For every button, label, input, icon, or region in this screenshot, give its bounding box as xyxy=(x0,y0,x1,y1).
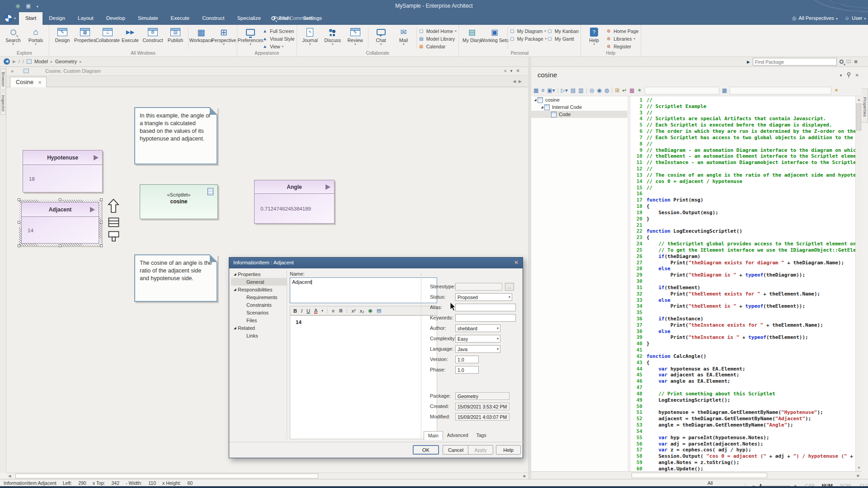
ribbon-button-model-library[interactable]: ▤Model Library xyxy=(418,35,457,42)
browser-dock-tab[interactable]: Browser xyxy=(0,69,6,90)
cancel-button[interactable]: Cancel xyxy=(443,445,469,455)
ribbon-button-workspace[interactable]: ▦Workspace xyxy=(190,26,212,46)
ribbon-tab-layout[interactable]: Layout xyxy=(71,12,100,25)
scroll-down-icon[interactable]: ▼ xyxy=(857,466,861,470)
list-icon[interactable]: ≡ xyxy=(541,87,544,94)
ribbon-button-my-diary[interactable]: ▤My Diary xyxy=(461,26,483,46)
ribbon-button-visual-style[interactable]: ▲Visual Style xyxy=(262,35,295,42)
ribbon-button-full-screen[interactable]: ▲Full Screen xyxy=(262,27,295,35)
window-pink-icon[interactable]: ▩ xyxy=(629,87,634,94)
phase-field[interactable]: 1.0 xyxy=(455,366,479,374)
properties-quick-icon[interactable] xyxy=(108,231,119,244)
ribbon-button-home-page[interactable]: ⊛Home Page xyxy=(605,27,638,35)
copy-icon[interactable]: ▤ xyxy=(571,87,576,94)
ribbon-button-working-sets[interactable]: ▣Working Sets xyxy=(483,26,506,46)
overflow-chevrons-icon[interactable]: » xyxy=(11,68,14,74)
ribbon-button-my-package[interactable]: ▢My Package▾ xyxy=(509,35,547,42)
author-field[interactable]: shebbard xyxy=(455,324,500,332)
hamburger-menu-icon[interactable]: ≡ xyxy=(854,58,858,65)
tree-code-splitter[interactable] xyxy=(627,96,631,471)
ribbon-button-properties[interactable]: ▦Properties xyxy=(74,26,96,46)
note-element-bottom[interactable]: The cosine of an angle is the ratio of t… xyxy=(134,254,217,302)
expander-icon[interactable]: ◢ xyxy=(234,326,238,330)
element-list-icon[interactable]: ▦ xyxy=(533,87,538,94)
tree-item-internal-code[interactable]: ◢Internal Code xyxy=(531,103,627,111)
dialog-tab-tags[interactable]: Tags xyxy=(472,431,490,440)
language-field[interactable]: Java xyxy=(455,345,500,353)
element-scriptlet-cosine[interactable]: «Scriptlet» cosine xyxy=(140,184,218,219)
dialog-tree-general[interactable]: General xyxy=(231,278,287,286)
scrollbar-thumb[interactable] xyxy=(856,103,861,131)
ribbon-button-mail[interactable]: ✉Mail▾ xyxy=(392,26,415,46)
hyperlink-icon[interactable]: ◉ xyxy=(368,308,373,314)
ribbon-button-journal[interactable]: ✎Journal▾ xyxy=(299,26,321,46)
dialog-tree-links[interactable]: Links xyxy=(231,332,287,339)
ribbon-button-libraries[interactable]: ⊛Libraries▾ xyxy=(605,35,638,42)
chevron-down-icon[interactable]: ▾ xyxy=(510,68,516,73)
window-star-icon[interactable]: ✶ xyxy=(637,87,642,94)
bold-icon[interactable]: B xyxy=(293,308,297,314)
font-color-icon[interactable]: A xyxy=(314,308,317,314)
pin-icon[interactable] xyxy=(847,72,851,78)
stack-order-quick-icon[interactable] xyxy=(108,217,119,227)
ribbon-button-help[interactable]: ?Help▾ xyxy=(583,26,605,46)
ribbon-button-construct[interactable]: ⚙Construct xyxy=(142,26,164,46)
send-icon[interactable]: ▦ xyxy=(722,87,727,94)
name-field[interactable]: Adjacent xyxy=(290,277,437,303)
breadcrumb-item-geometry[interactable]: Geometry xyxy=(55,59,77,64)
move-up-quick-icon[interactable] xyxy=(108,198,119,214)
ribbon-tab-design[interactable]: Design xyxy=(42,12,71,25)
nav-back-button[interactable]: ◀ xyxy=(4,58,10,65)
dialog-tree-scenarios[interactable]: Scenarios xyxy=(231,309,287,316)
dialog-tab-advanced[interactable]: Advanced xyxy=(443,431,472,440)
play-icon[interactable]: ▶ xyxy=(747,60,750,64)
ribbon-button-portals[interactable]: ⌂Portals▾ xyxy=(24,26,47,46)
resize-handle[interactable] xyxy=(18,244,20,247)
stereotype-field[interactable] xyxy=(455,283,502,291)
tab-scroll-right-icon[interactable]: ▶ xyxy=(519,79,524,84)
expander-icon[interactable]: ◢ xyxy=(533,98,538,102)
bullet-list-icon[interactable]: ≡ xyxy=(332,308,335,314)
package-field[interactable]: Geometry xyxy=(455,392,509,400)
resize-handle[interactable] xyxy=(100,244,103,247)
resize-handle[interactable] xyxy=(59,244,61,247)
scroll-right-icon[interactable]: ▶ xyxy=(524,474,526,478)
tab-cosine[interactable]: Cosine✕ xyxy=(10,77,47,87)
breadcrumb-item-model[interactable]: Model xyxy=(34,59,48,64)
keywords-field[interactable] xyxy=(455,314,516,322)
ribbon-tab-simulate[interactable]: Simulate xyxy=(132,12,165,25)
italic-icon[interactable]: I xyxy=(301,308,302,314)
chevron-down-icon[interactable]: ▾ xyxy=(321,309,323,313)
toolbar-input-well[interactable] xyxy=(730,87,831,94)
scroll-right-icon[interactable]: ▶ xyxy=(857,474,860,478)
scroll-up-icon[interactable]: ▲ xyxy=(857,98,861,102)
numbered-list-icon[interactable]: ≣ xyxy=(339,308,343,314)
toolbar-input-well[interactable] xyxy=(645,87,719,94)
scrollbar-thumb[interactable] xyxy=(632,473,767,478)
ribbon-button-my-kanban[interactable]: ▢My Kanban xyxy=(547,27,579,35)
ribbon-button-design[interactable]: ✎Design xyxy=(51,26,74,46)
zoom-icon[interactable]: ◍ xyxy=(604,87,609,94)
code-vertical-scrollbar[interactable]: ▲ ▼ xyxy=(855,96,862,471)
created-field[interactable]: 15/09/2021 3:53:42 PM xyxy=(455,403,509,410)
ea-logo-icon[interactable] xyxy=(5,14,12,22)
ribbon-button-search[interactable]: Search▾ xyxy=(2,26,24,46)
element-adjacent[interactable]: Adjacent 14 xyxy=(21,202,99,244)
dialog-tree-responsibilities[interactable]: ◢Responsibilities xyxy=(231,286,287,293)
ribbon-button-calendar[interactable]: ▦Calendar xyxy=(418,42,457,50)
close-icon[interactable]: ✕ xyxy=(855,73,859,78)
ribbon-button-perspective[interactable]: ⊞Perspective▾ xyxy=(212,26,235,46)
underline-icon[interactable]: U xyxy=(307,308,310,314)
ribbon-button-collaborate[interactable]: ☺Collaborate xyxy=(96,26,119,46)
dialog-tree-related[interactable]: ◢Related xyxy=(231,324,287,332)
resize-handle[interactable] xyxy=(100,198,103,201)
search-icon[interactable] xyxy=(840,60,844,64)
stereotype-browse-button[interactable]: ... xyxy=(505,283,514,291)
subscript-icon[interactable]: x₂ xyxy=(360,308,364,314)
ribbon-button-preferences[interactable]: Preferences▾ xyxy=(239,26,262,46)
dialog-tree-requirements[interactable]: Requirements xyxy=(231,293,287,301)
code-editor[interactable]: 1//2// Scriptlet Example3//4// Scriptlet… xyxy=(631,96,855,471)
inspector-dock-tab[interactable]: Inspector xyxy=(0,92,6,115)
dialog-tab-main[interactable]: Main xyxy=(424,431,443,440)
chevron-down-icon[interactable]: ▾ xyxy=(840,73,842,78)
